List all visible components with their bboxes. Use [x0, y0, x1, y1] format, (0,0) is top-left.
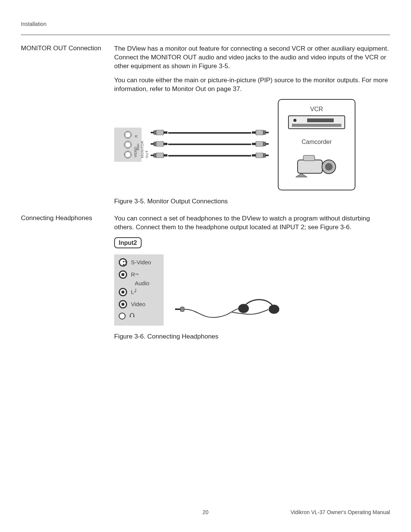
- port-l-icon: [124, 141, 132, 149]
- label-svideo: S-Video: [131, 259, 151, 266]
- figure-3-6: Input2 S-Video R¬ A: [114, 237, 390, 326]
- svg-rect-21: [263, 153, 266, 157]
- svg-point-27: [293, 119, 296, 122]
- label-r: R: [131, 271, 135, 278]
- cable-line-1: [168, 132, 251, 134]
- cable-line-2: [168, 144, 251, 145]
- svg-rect-5: [154, 142, 156, 146]
- jack-headphone: [119, 312, 160, 320]
- main-col-headphones: You can connect a set of headphones to t…: [114, 214, 390, 345]
- rca-plug-icon: [151, 130, 167, 135]
- svg-rect-7: [164, 143, 167, 145]
- jack-svideo: S-Video: [119, 258, 160, 267]
- vcr-icon: [288, 115, 345, 133]
- camcorder-icon: [294, 149, 339, 182]
- side-title-headphones: Connecting Headphones: [21, 214, 114, 345]
- rca-cable-set: [151, 128, 269, 162]
- svg-point-36: [238, 304, 249, 313]
- jack-audio-r: R¬: [119, 270, 160, 279]
- rca-plug-icon: [151, 153, 167, 158]
- svg-rect-34: [175, 308, 180, 310]
- manual-name: Vidikron VL-37 Owner's Operating Manual: [267, 509, 390, 515]
- svg-rect-32: [130, 316, 131, 317]
- svg-rect-28: [298, 160, 322, 173]
- label-video: Video: [131, 300, 145, 308]
- section-monitor-out: MONITOR OUT Connection The DView has a m…: [21, 45, 390, 210]
- headphone-symbol-icon: [129, 312, 135, 320]
- para-monitor-out-2: You can route either the main or picture…: [114, 76, 390, 94]
- svg-rect-33: [134, 316, 135, 317]
- svg-rect-22: [256, 153, 263, 158]
- label-audio-row: Audio: [119, 280, 160, 287]
- device-label-camcorder: Camcorder: [301, 138, 331, 146]
- port-label-monitor-out: MONITOR OUT: [140, 141, 149, 158]
- header-rule: [21, 35, 390, 35]
- svg-rect-15: [252, 131, 256, 134]
- svg-rect-23: [252, 154, 256, 157]
- content-area: MONITOR OUT Connection The DView has a m…: [21, 45, 390, 348]
- svg-rect-18: [256, 141, 263, 147]
- figure-3-5: VIDEO L R Audio MONITOR OUT: [114, 99, 390, 190]
- svg-rect-12: [266, 132, 269, 133]
- section-headphones: Connecting Headphones You can connect a …: [21, 214, 390, 345]
- svg-rect-1: [154, 131, 156, 134]
- svg-rect-6: [156, 141, 164, 147]
- input2-panel-label: Input2: [114, 237, 142, 249]
- jack-video: Video: [119, 300, 160, 308]
- rca-plug-icon: [252, 130, 269, 135]
- main-col-monitor-out: The DView has a monitor out feature for …: [114, 45, 390, 210]
- svg-rect-2: [156, 130, 164, 135]
- svg-rect-20: [266, 155, 269, 156]
- para-monitor-out-1: The DView has a monitor out feature for …: [114, 45, 390, 71]
- page-number: 20: [144, 509, 267, 515]
- rca-plug-icon: [151, 141, 167, 147]
- monitor-out-port-panel: VIDEO L R Audio MONITOR OUT: [114, 128, 142, 162]
- page: Installation MONITOR OUT Connection The …: [0, 0, 411, 532]
- svg-rect-0: [151, 132, 154, 133]
- svg-rect-13: [263, 131, 266, 134]
- svg-rect-35: [180, 307, 184, 312]
- svg-rect-10: [156, 153, 164, 158]
- device-box: VCR Camcorder: [278, 99, 355, 190]
- headphone-jack-icon: [119, 313, 126, 320]
- svg-rect-3: [164, 131, 167, 134]
- audio-r-jack-icon: [119, 270, 127, 279]
- audio-l-jack-icon: [119, 288, 127, 296]
- figure-3-6-caption: Figure 3-6. Connecting Headphones: [114, 332, 390, 341]
- header-section: Installation: [21, 21, 390, 27]
- svg-rect-26: [292, 124, 341, 127]
- svg-rect-17: [263, 142, 266, 146]
- device-label-vcr: VCR: [310, 105, 323, 113]
- cable-line-3: [168, 155, 251, 157]
- svg-point-37: [269, 305, 279, 314]
- port-r-icon: [124, 131, 132, 139]
- page-footer: 20 Vidikron VL-37 Owner's Operating Manu…: [21, 509, 390, 515]
- svg-point-30: [325, 163, 333, 171]
- port-label-r: R: [134, 135, 139, 137]
- svg-rect-14: [256, 130, 263, 135]
- side-title-monitor-out: MONITOR OUT Connection: [21, 45, 114, 210]
- rca-plug-icon: [252, 141, 269, 147]
- svg-rect-8: [151, 155, 154, 156]
- figure-3-5-caption: Figure 3-5. Monitor Output Connections: [114, 197, 390, 206]
- para-headphones-1: You can connect a set of headphones to t…: [114, 214, 390, 232]
- svg-rect-4: [151, 143, 154, 145]
- jack-audio-l: L┘: [119, 288, 160, 296]
- input2-panel: S-Video R¬ Audio L┘: [114, 254, 164, 326]
- svg-rect-19: [252, 143, 256, 145]
- svg-rect-16: [266, 143, 269, 145]
- svg-rect-9: [154, 153, 156, 157]
- svg-rect-31: [303, 155, 315, 161]
- port-video-icon: [124, 151, 132, 158]
- headphones-icon: [175, 296, 285, 326]
- svg-rect-25: [307, 118, 334, 122]
- rca-plug-icon: [252, 153, 269, 158]
- port-label-audio: Audio: [136, 144, 140, 150]
- svg-rect-11: [164, 154, 167, 157]
- svideo-jack-icon: [119, 258, 127, 267]
- video-jack-icon: [119, 300, 127, 308]
- label-audio: Audio: [135, 280, 149, 287]
